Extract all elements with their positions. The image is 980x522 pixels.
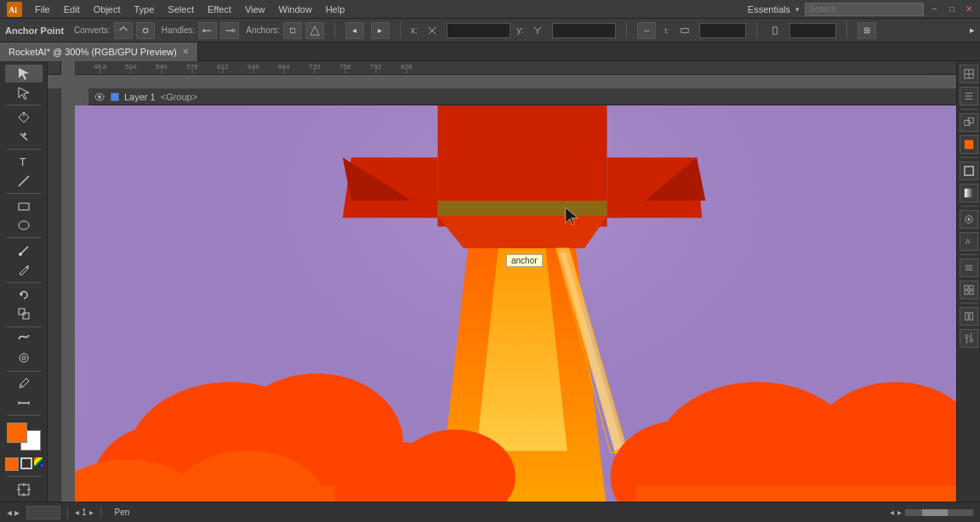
scrollbar[interactable] — [905, 509, 973, 516]
menu-view[interactable]: View — [239, 3, 271, 16]
svg-text:792: 792 — [370, 63, 382, 71]
tool-add-anchor[interactable] — [5, 128, 43, 146]
tab-title: RocketAI* @ 300% (RGB/GPU Preview) — [9, 47, 177, 57]
fill-color[interactable] — [5, 457, 19, 471]
artwork-container[interactable]: anchor — [75, 105, 956, 502]
separator-1 — [334, 22, 335, 39]
essentials-label: Essentials — [748, 4, 790, 14]
panel-sep-4 — [960, 254, 977, 255]
menu-edit[interactable]: Edit — [58, 3, 86, 16]
stroke-color[interactable] — [20, 457, 32, 469]
x-input[interactable]: 662.539 pt — [447, 23, 510, 38]
svg-rect-122 — [969, 313, 971, 321]
x-icon — [424, 23, 440, 38]
panel-btn-2[interactable] — [960, 87, 978, 105]
panel-btn-9[interactable] — [960, 258, 978, 277]
tool-paintbrush[interactable] — [5, 241, 43, 259]
next-button[interactable]: ▸ — [14, 507, 20, 519]
tool-line[interactable] — [5, 173, 43, 190]
svg-marker-16 — [19, 68, 29, 80]
anchors-btn-2[interactable] — [305, 22, 324, 39]
handles-btn-2[interactable] — [220, 22, 239, 39]
svg-rect-109 — [964, 167, 972, 175]
menu-effect[interactable]: Effect — [202, 3, 237, 16]
prev-button[interactable]: ◂ — [7, 507, 12, 519]
panel-btn-11[interactable] — [960, 307, 978, 326]
color-selector[interactable] — [7, 423, 41, 451]
panel-sep-1 — [960, 109, 977, 110]
layer-visibility[interactable] — [94, 91, 105, 103]
tool-select[interactable] — [5, 65, 43, 82]
tab-close-button[interactable]: ✕ — [182, 47, 189, 56]
none-color[interactable] — [34, 457, 43, 466]
foreground-color[interactable] — [7, 423, 27, 443]
convert-btn-1[interactable] — [114, 22, 133, 39]
tool-measure[interactable] — [5, 394, 43, 411]
separator-4 — [756, 22, 757, 39]
svg-text:540: 540 — [156, 63, 168, 71]
toolbar-sep-1 — [7, 105, 41, 105]
convert-btn-2[interactable] — [136, 22, 155, 39]
panel-btn-3[interactable] — [960, 113, 978, 132]
active-tab[interactable]: RocketAI* @ 300% (RGB/GPU Preview) ✕ — [0, 43, 198, 61]
canvas-area[interactable]: 46.8 504 540 576 612 648 684 720 756 792… — [48, 61, 956, 502]
scroll-left[interactable]: ◂ — [890, 508, 894, 517]
panel-btn-10[interactable] — [960, 281, 978, 299]
svg-rect-110 — [964, 189, 972, 197]
panel-btn-7[interactable] — [960, 210, 978, 229]
tool-direct-select[interactable] — [5, 84, 43, 102]
menu-select[interactable]: Select — [162, 3, 200, 16]
panel-arrow[interactable]: ▸ — [970, 25, 975, 36]
search-input[interactable] — [805, 3, 924, 16]
close-button[interactable]: ✕ — [963, 3, 975, 15]
tool-pen[interactable] — [5, 109, 43, 127]
panel-btn-6[interactable] — [960, 184, 978, 202]
scrollbar-thumb[interactable] — [922, 509, 948, 516]
scroll-right[interactable]: ▸ — [897, 508, 902, 517]
maximize-button[interactable]: □ — [946, 3, 958, 15]
tool-rect[interactable] — [5, 197, 43, 215]
color-modes — [5, 457, 43, 471]
tool-scale[interactable] — [5, 305, 43, 323]
arrow-prev[interactable]: ◂ — [345, 22, 364, 39]
panel-btn-12[interactable] — [960, 329, 978, 348]
tool-symbol[interactable] — [5, 349, 43, 367]
tool-rotate[interactable] — [5, 286, 43, 304]
transform-reflect-x[interactable]: ↔ — [637, 22, 656, 39]
svg-line-13 — [538, 26, 541, 30]
panel-sep-3 — [960, 206, 977, 207]
zoom-input[interactable]: 300% — [26, 506, 60, 519]
tool-artboard[interactable] — [5, 480, 43, 498]
artboard-prev[interactable]: ◂ — [75, 508, 79, 517]
panel-btn-8[interactable]: A — [960, 232, 978, 251]
panel-btn-1[interactable] — [960, 65, 978, 83]
tool-eyedropper[interactable] — [5, 375, 43, 393]
menu-file[interactable]: File — [29, 3, 56, 16]
svg-point-4 — [202, 29, 206, 32]
panel-btn-5[interactable] — [960, 162, 978, 180]
svg-rect-15 — [773, 26, 778, 33]
essentials-dropdown-icon[interactable]: ▾ — [795, 5, 800, 14]
menu-help[interactable]: Help — [320, 3, 351, 16]
panel-btn-4[interactable] — [960, 135, 978, 154]
artboard-next[interactable]: ▸ — [89, 508, 94, 517]
handles-btn-1[interactable] — [198, 22, 217, 39]
tool-type[interactable]: T — [5, 153, 43, 171]
tool-ellipse[interactable] — [5, 217, 43, 235]
minimize-button[interactable]: − — [929, 3, 941, 15]
menu-window[interactable]: Window — [273, 3, 318, 16]
h-input[interactable]: 0 pt — [789, 23, 836, 38]
ruler-corner — [48, 61, 61, 75]
layer-bar: Layer 1 <Group> — [88, 88, 956, 105]
tool-pencil[interactable] — [5, 261, 43, 279]
anchors-btn-1[interactable] — [283, 22, 302, 39]
transform-options[interactable]: ⊞ — [858, 22, 876, 39]
menu-type[interactable]: Type — [128, 3, 161, 16]
canvas-viewport[interactable]: Layer 1 <Group> — [75, 88, 956, 502]
w-input[interactable]: 0 pt — [699, 23, 746, 38]
svg-text:T: T — [20, 156, 26, 168]
tool-warp[interactable] — [5, 331, 43, 349]
y-input[interactable]: 445.89 pt — [552, 23, 616, 38]
menu-object[interactable]: Object — [88, 3, 127, 16]
arrow-next[interactable]: ▸ — [371, 22, 390, 39]
